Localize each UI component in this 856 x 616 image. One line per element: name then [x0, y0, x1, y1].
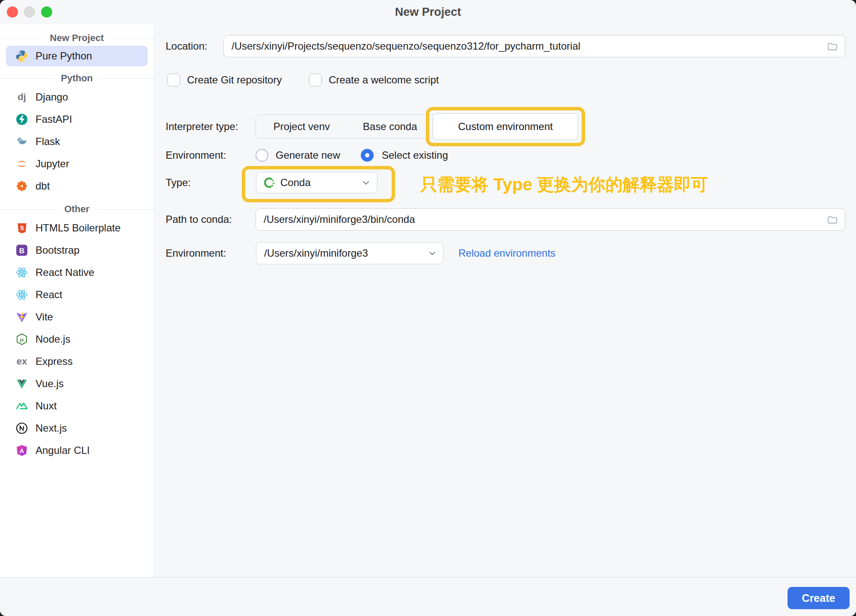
react-icon — [15, 288, 28, 301]
nuxt-icon — [15, 400, 28, 412]
svg-text:B: B — [19, 247, 24, 255]
interpreter-option-custom-environment[interactable]: Custom environment — [433, 113, 578, 140]
browse-folder-icon[interactable] — [827, 214, 838, 225]
sidebar-item-flask[interactable]: Flask — [0, 130, 154, 153]
svg-text:5: 5 — [20, 225, 24, 231]
sidebar-item-django[interactable]: dj Django — [0, 86, 154, 108]
sidebar-item-pure-python[interactable]: Pure Python — [6, 46, 148, 66]
location-input[interactable]: /Users/xinyi/Projects/sequenzo/sequenzo/… — [223, 35, 845, 57]
sidebar-item-react[interactable]: React — [0, 284, 154, 306]
chevron-down-icon — [361, 178, 371, 188]
create-button[interactable]: Create — [788, 587, 850, 609]
type-label: Type: — [166, 172, 191, 193]
sidebar-item-vuejs[interactable]: Vue.js — [0, 373, 154, 395]
sidebar-item-fastapi[interactable]: FastAPI — [0, 108, 154, 130]
sidebar-item-jupyter[interactable]: Jupyter — [0, 153, 154, 175]
sidebar-item-react-native[interactable]: React Native — [0, 261, 154, 284]
express-icon: ex — [15, 355, 28, 368]
new-project-dialog: New Project New Project Pure Python Pyth… — [0, 0, 856, 616]
location-value[interactable]: /Users/xinyi/Projects/sequenzo/sequenzo/… — [224, 40, 827, 52]
environment-choice-label: Environment: — [166, 149, 226, 162]
sidebar-item-nodejs[interactable]: js Node.js — [0, 328, 154, 350]
bootstrap-icon: B — [15, 244, 28, 257]
svg-text:js: js — [19, 337, 24, 342]
type-value: Conda — [280, 177, 311, 189]
reload-environments-link[interactable]: Reload environments — [458, 242, 556, 264]
path-to-conda-label: Path to conda: — [166, 208, 232, 231]
create-welcome-script-checkbox[interactable] — [309, 74, 322, 86]
interpreter-type-label: Interpreter type: — [166, 115, 238, 139]
window-title: New Project — [0, 0, 856, 24]
sidebar-item-bootstrap[interactable]: B Bootstrap — [0, 239, 154, 261]
fastapi-icon — [15, 113, 28, 126]
sidebar-item-label: Pure Python — [36, 50, 92, 62]
location-label: Location: — [166, 35, 207, 57]
generate-new-radio[interactable] — [256, 149, 268, 162]
dbt-icon — [15, 180, 28, 192]
sidebar-item-vite[interactable]: Vite — [0, 306, 154, 328]
sidebar-item-nuxt[interactable]: Nuxt — [0, 395, 154, 417]
browse-folder-icon[interactable] — [827, 41, 838, 52]
html5-icon: 5 — [15, 222, 28, 234]
sidebar-section-python: Python — [0, 71, 154, 86]
create-git-repo-label: Create Git repository — [187, 74, 282, 86]
conda-icon — [263, 177, 275, 189]
sidebar-section-other: Other — [0, 201, 154, 217]
dialog-footer: Create — [0, 577, 856, 616]
project-type-sidebar: New Project Pure Python Python dj Django — [0, 24, 154, 578]
create-git-repo-checkbox[interactable] — [167, 74, 180, 86]
interpreter-option-base-conda[interactable]: Base conda — [347, 121, 432, 133]
nodejs-icon: js — [15, 333, 28, 346]
nextjs-icon — [15, 422, 28, 435]
vite-icon — [15, 311, 28, 323]
svg-text:A: A — [20, 447, 24, 454]
sidebar-item-html5-boilerplate[interactable]: 5 HTML5 Boilerplate — [0, 217, 154, 239]
sidebar-item-nextjs[interactable]: Next.js — [0, 417, 154, 439]
django-icon: dj — [15, 91, 28, 104]
title-bar: New Project — [0, 0, 856, 24]
create-welcome-script-label: Create a welcome script — [329, 74, 439, 86]
type-dropdown[interactable]: Conda — [256, 172, 377, 193]
conda-environment-dropdown[interactable]: /Users/xinyi/miniforge3 — [256, 242, 443, 264]
interpreter-option-project-venv[interactable]: Project venv — [256, 121, 347, 133]
react-icon — [15, 266, 28, 279]
vuejs-icon — [15, 377, 28, 390]
sidebar-item-dbt[interactable]: dbt — [0, 175, 154, 197]
tutorial-annotation-text: 只需要将 Type 更换为你的解释器即可 — [420, 173, 708, 196]
jupyter-icon — [15, 157, 28, 170]
flask-icon — [15, 135, 28, 148]
conda-environment-value: /Users/xinyi/miniforge3 — [264, 247, 368, 259]
angular-icon: A — [15, 444, 28, 457]
sidebar-section-new-project: New Project — [0, 30, 154, 46]
path-to-conda-value[interactable]: /Users/xinyi/miniforge3/bin/conda — [256, 213, 827, 225]
path-to-conda-input[interactable]: /Users/xinyi/miniforge3/bin/conda — [256, 208, 845, 231]
generate-new-label: Generate new — [276, 149, 340, 162]
python-icon — [15, 50, 28, 62]
select-existing-radio[interactable] — [361, 149, 374, 162]
select-existing-label: Select existing — [382, 149, 448, 162]
sidebar-item-express[interactable]: ex Express — [0, 350, 154, 373]
conda-environment-label: Environment: — [166, 242, 226, 264]
sidebar-item-angular-cli[interactable]: A Angular CLI — [0, 439, 154, 462]
chevron-down-icon — [428, 249, 437, 258]
